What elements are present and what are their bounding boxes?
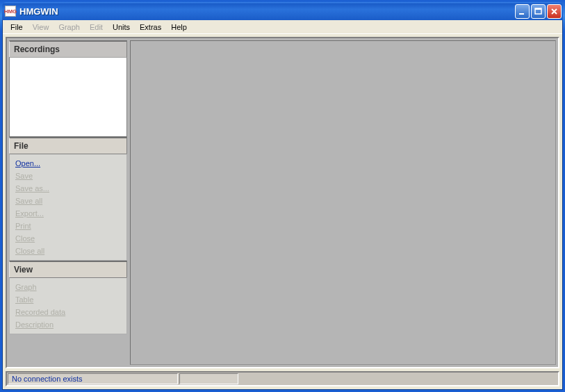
minimize-button[interactable] bbox=[515, 4, 530, 19]
view-header: View bbox=[9, 261, 127, 277]
menubar: File View Graph Edit Units Extras Help bbox=[3, 20, 562, 34]
view-graph: Graph bbox=[13, 281, 124, 293]
menu-graph: Graph bbox=[54, 22, 85, 33]
maximize-icon bbox=[534, 8, 542, 15]
file-export: Export... bbox=[13, 207, 124, 220]
status-field2 bbox=[179, 373, 238, 384]
file-close-all: Close all bbox=[13, 245, 124, 257]
close-icon bbox=[550, 8, 558, 15]
file-open[interactable]: Open... bbox=[13, 157, 124, 170]
file-header: File bbox=[9, 137, 127, 154]
svg-rect-2 bbox=[535, 8, 541, 10]
menu-extras[interactable]: Extras bbox=[135, 22, 166, 33]
statusbar: No connection exists bbox=[6, 371, 559, 386]
recordings-panel: Recordings bbox=[9, 40, 127, 137]
file-print: Print bbox=[13, 220, 124, 232]
file-save-as: Save as... bbox=[13, 182, 124, 195]
menu-edit: Edit bbox=[85, 22, 108, 33]
app-icon: HMG bbox=[5, 6, 16, 17]
titlebar: HMG HMGWIN bbox=[2, 2, 563, 20]
status-connection: No connection exists bbox=[8, 373, 178, 384]
maximize-button[interactable] bbox=[531, 4, 546, 19]
file-actions: Open... Save Save as... Save all Export.… bbox=[9, 154, 127, 261]
recordings-list[interactable] bbox=[9, 57, 127, 137]
view-recorded-data: Recorded data bbox=[13, 306, 124, 318]
menu-help[interactable]: Help bbox=[166, 22, 192, 33]
client-area: File View Graph Edit Units Extras Help R… bbox=[2, 20, 563, 390]
window-title: HMGWIN bbox=[19, 6, 515, 17]
window-controls bbox=[515, 4, 562, 19]
app-window: HMG HMGWIN File View Graph Edit Units Ex… bbox=[0, 0, 565, 392]
file-panel: File Open... Save Save as... Save all Ex… bbox=[9, 137, 127, 261]
view-panel: View Graph Table Recorded data Descripti… bbox=[9, 261, 127, 334]
close-button[interactable] bbox=[547, 4, 562, 19]
app-body: Recordings File Open... Save Save as... … bbox=[3, 34, 562, 389]
view-actions: Graph Table Recorded data Description bbox=[9, 277, 127, 334]
view-table: Table bbox=[13, 293, 124, 306]
menu-units[interactable]: Units bbox=[108, 22, 135, 33]
app-inner: Recordings File Open... Save Save as... … bbox=[6, 37, 559, 368]
recordings-header: Recordings bbox=[9, 40, 127, 57]
svg-rect-0 bbox=[519, 13, 524, 15]
menu-view: View bbox=[28, 22, 54, 33]
file-close: Close bbox=[13, 232, 124, 245]
content-area bbox=[130, 40, 556, 365]
sidebar: Recordings File Open... Save Save as... … bbox=[9, 40, 127, 365]
file-save-all: Save all bbox=[13, 195, 124, 207]
minimize-icon bbox=[518, 8, 526, 15]
view-description: Description bbox=[13, 318, 124, 331]
file-save: Save bbox=[13, 170, 124, 182]
menu-file[interactable]: File bbox=[6, 22, 28, 33]
